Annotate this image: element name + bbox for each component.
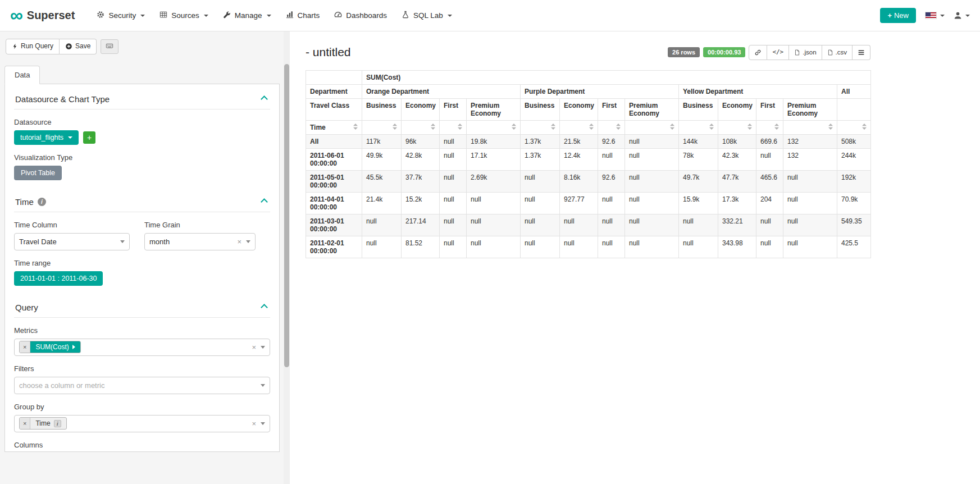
language-selector[interactable] <box>925 12 945 19</box>
pivot-sort-header[interactable] <box>837 120 871 134</box>
section-datasource-chart-type[interactable]: Datasource & Chart Type <box>14 93 270 109</box>
pivot-sort-header[interactable] <box>598 120 625 134</box>
pivot-sort-header[interactable] <box>625 120 679 134</box>
time-grain-select[interactable]: month × <box>144 233 256 250</box>
pivot-all-header: All <box>837 84 871 98</box>
sort-icon <box>616 124 621 130</box>
section-query[interactable]: Query <box>14 296 270 318</box>
caret-down-icon <box>965 15 970 17</box>
short-link-button[interactable] <box>749 45 767 60</box>
pivot-class-header: Business <box>362 98 402 120</box>
export-json-button[interactable]: .json <box>789 45 822 60</box>
pivot-cell: 192k <box>837 170 871 192</box>
pivot-sort-header[interactable] <box>679 120 718 134</box>
pivot-metric-row: SUM(Cost) <box>306 70 871 84</box>
chart-container: - untitled 26 rows 00:00:00.93 </> .j <box>306 45 870 258</box>
embed-code-button[interactable]: </> <box>767 45 789 60</box>
scrollbar-thumb[interactable] <box>284 64 289 367</box>
remove-icon[interactable]: × <box>20 418 30 429</box>
pivot-cell: null <box>625 192 679 214</box>
sort-icon <box>774 124 779 130</box>
pivot-row-label: 2011-02-01 00:00:00 <box>306 236 362 258</box>
metrics-select[interactable]: × SUM(Cost) × <box>14 339 270 356</box>
pivot-cell: 108k <box>718 134 756 148</box>
info-icon: i <box>54 420 61 427</box>
tab-data[interactable]: Data <box>4 66 40 84</box>
pivot-cell: null <box>440 170 467 192</box>
export-csv-button[interactable]: .csv <box>822 45 853 60</box>
pivot-group-header: Yellow Department <box>679 84 837 98</box>
sort-icon <box>747 124 752 130</box>
keyboard-shortcuts-button[interactable] <box>101 39 118 54</box>
pivot-cell: 81.52 <box>402 236 440 258</box>
datasource-row: tutorial_flights + <box>14 130 270 145</box>
sort-icon <box>458 124 462 130</box>
pivot-row-dimension-cell[interactable]: Time <box>306 120 362 134</box>
pivot-cell: null <box>625 214 679 236</box>
pivot-cell: 37.7k <box>402 170 440 192</box>
pivot-class-header: Business <box>521 98 560 120</box>
clear-icon[interactable]: × <box>236 238 243 245</box>
nav-item-manage[interactable]: Manage <box>216 0 279 31</box>
pivot-sort-header[interactable] <box>718 120 756 134</box>
user-menu[interactable] <box>954 11 970 20</box>
chart-options-button[interactable] <box>853 45 870 60</box>
navbar-menu: SecuritySourcesManageChartsDashboardsSQL… <box>89 0 459 31</box>
save-button[interactable]: Save <box>60 39 97 54</box>
time-grain-value: month <box>149 238 170 246</box>
clear-icon[interactable]: × <box>250 420 257 427</box>
pivot-sort-header[interactable] <box>521 120 560 134</box>
run-query-button[interactable]: Run Query <box>6 39 60 54</box>
nav-item-security[interactable]: Security <box>89 0 152 31</box>
caret-down-icon <box>120 240 125 243</box>
pivot-cell: null <box>362 236 402 258</box>
nav-item-charts[interactable]: Charts <box>279 0 327 31</box>
section-time[interactable]: Time i <box>14 190 270 212</box>
caret-right-icon <box>72 345 75 349</box>
plus-icon: + <box>87 133 92 142</box>
pivot-cell: null <box>598 214 625 236</box>
nav-item-label: Dashboards <box>346 11 387 20</box>
nav-item-label: Charts <box>298 11 320 20</box>
time-column-select[interactable]: Travel Date <box>14 233 130 250</box>
metric-token-label[interactable]: SUM(Cost) <box>30 341 80 353</box>
group-by-token: × Timei <box>19 417 67 430</box>
pivot-empty-header <box>837 98 871 120</box>
link-icon <box>754 49 762 56</box>
filters-select[interactable]: choose a column or metric <box>14 377 270 394</box>
chart-title[interactable]: - untitled <box>306 45 351 59</box>
viz-type-button[interactable]: Pivot Table <box>14 166 62 180</box>
datasource-select-button[interactable]: tutorial_flights <box>14 130 79 145</box>
new-button[interactable]: +New <box>880 8 916 23</box>
nav-item-sources[interactable]: Sources <box>152 0 216 31</box>
pivot-sort-header[interactable] <box>467 120 521 134</box>
pivot-cell: null <box>560 214 598 236</box>
export-button-group: </> .json .csv <box>749 45 870 60</box>
pivot-sort-header[interactable] <box>783 120 837 134</box>
keyboard-icon <box>104 42 115 49</box>
pivot-sort-header[interactable] <box>560 120 598 134</box>
add-datasource-button[interactable]: + <box>83 131 95 144</box>
group-by-select[interactable]: × Timei × <box>14 415 270 432</box>
pivot-sort-header[interactable] <box>402 120 440 134</box>
pivot-sort-header[interactable] <box>440 120 467 134</box>
superset-brand[interactable]: ∞ Superset <box>10 8 75 23</box>
remove-icon[interactable]: × <box>20 341 30 353</box>
pivot-row-dimension: Time <box>310 124 353 131</box>
file-icon <box>794 49 800 56</box>
pivot-cell: null <box>440 236 467 258</box>
nav-item-sql-lab[interactable]: SQL Lab <box>394 0 459 31</box>
export-csv-label: .csv <box>836 48 847 57</box>
columns-label: Columns <box>14 441 270 449</box>
pivot-data-row: 2011-02-01 00:00:00null81.52nullnullnull… <box>306 236 871 258</box>
pivot-data-row: 2011-05-01 00:00:0045.5k37.7knull2.69knu… <box>306 170 871 192</box>
clear-icon[interactable]: × <box>250 344 257 351</box>
time-range-button[interactable]: 2011-01-01 : 2011-06-30 <box>14 271 103 286</box>
pivot-sort-header[interactable] <box>362 120 402 134</box>
pivot-cell: 21.5k <box>560 134 598 148</box>
pivot-row-label: All <box>306 134 362 148</box>
pivot-sort-header[interactable] <box>756 120 783 134</box>
pivot-cell: 42.8k <box>402 148 440 170</box>
us-flag-icon <box>925 12 937 19</box>
nav-item-dashboards[interactable]: Dashboards <box>327 0 394 31</box>
